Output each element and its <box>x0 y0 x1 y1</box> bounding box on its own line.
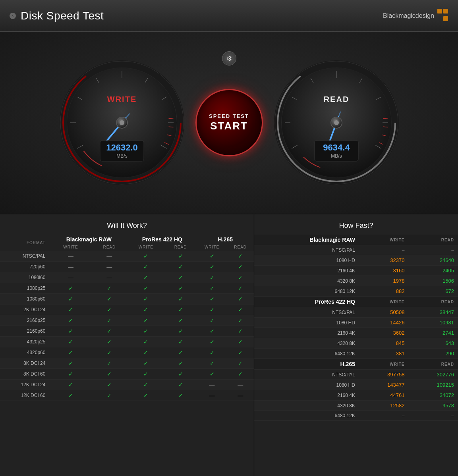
check-cell: — <box>50 251 91 262</box>
check-cell: ✓ <box>164 262 197 272</box>
svg-text:READ: READ <box>323 95 349 104</box>
settings-icon[interactable]: ⚙ <box>222 51 236 66</box>
read-col-header: READ <box>408 297 458 307</box>
read-gauge-svg: 9634.4 MB/s READ <box>273 59 400 186</box>
check-cell: ✓ <box>197 347 227 358</box>
title-bar: × Disk Speed Test Blackmagicdesign <box>0 0 458 32</box>
read-value: 10981 <box>408 318 458 328</box>
format-cell: 8K DCI 60 <box>0 369 50 380</box>
svg-line-39 <box>383 118 388 119</box>
start-btn-label2: START <box>210 120 248 132</box>
will-it-work-section: Will It Work? FORMAT Blackmagic RAW ProR… <box>0 214 254 476</box>
check-cell: ✓ <box>128 390 164 401</box>
write-value: 3160 <box>359 266 409 276</box>
braw-write-header: WRITE <box>50 243 91 251</box>
check-cell: ✓ <box>91 337 128 347</box>
check-cell: ✓ <box>164 347 197 358</box>
write-gauge-svg: 12632.0 MB/s WRITE <box>58 59 186 186</box>
format-cell: NTSC/PAL <box>254 245 359 255</box>
check-cell: ✓ <box>91 380 128 390</box>
format-cell: NTSC/PAL <box>0 251 50 262</box>
check-cell: ✓ <box>227 262 254 272</box>
format-cell: 1080 HD <box>254 380 359 390</box>
check-cell: — <box>91 251 128 262</box>
format-col-header: FORMAT <box>0 235 50 251</box>
check-cell: ✓ <box>164 251 197 262</box>
read-col-header: READ <box>408 235 458 245</box>
check-cell: ✓ <box>227 283 254 294</box>
codec-label: Blackmagic RAW <box>254 235 359 245</box>
write-gauge: 12632.0 MB/s WRITE <box>54 55 189 190</box>
write-value: – <box>359 245 409 255</box>
check-cell: ✓ <box>91 358 128 369</box>
brand-logo: Blackmagicdesign <box>383 9 448 23</box>
check-cell: ✓ <box>164 315 197 326</box>
check-cell: — <box>227 390 254 401</box>
format-cell: 1080p25 <box>0 283 50 294</box>
check-cell: ✓ <box>128 347 164 358</box>
check-cell: ✓ <box>197 272 227 283</box>
svg-text:MB/s: MB/s <box>331 153 342 159</box>
check-cell: ✓ <box>197 369 227 380</box>
format-cell: 2K DCI 24 <box>0 304 50 315</box>
svg-text:WRITE: WRITE <box>107 95 136 104</box>
write-value: 143477 <box>359 380 409 390</box>
write-value: 845 <box>359 338 409 349</box>
format-cell: 4320 8K <box>254 401 359 411</box>
write-value: 3602 <box>359 328 409 338</box>
check-cell: ✓ <box>164 380 197 390</box>
format-cell: 2160p25 <box>0 315 50 326</box>
check-cell: ✓ <box>128 251 164 262</box>
format-cell: 1080p60 <box>0 294 50 304</box>
start-speed-test-button[interactable]: SPEED TEST START <box>195 89 263 156</box>
check-cell: ✓ <box>128 283 164 294</box>
check-cell: ✓ <box>128 294 164 304</box>
check-cell: ✓ <box>227 315 254 326</box>
check-cell: ✓ <box>128 272 164 283</box>
check-cell: ✓ <box>164 294 197 304</box>
read-value: 290 <box>408 349 458 359</box>
check-cell: ✓ <box>227 294 254 304</box>
h265-codec-header: H.265 <box>197 235 254 243</box>
check-cell: ✓ <box>197 283 227 294</box>
format-cell: 1080i60 <box>0 272 50 283</box>
check-cell: ✓ <box>50 358 91 369</box>
read-value: 2405 <box>408 266 458 276</box>
svg-line-40 <box>383 127 388 127</box>
will-it-work-table: FORMAT Blackmagic RAW ProRes 422 HQ H.26… <box>0 235 254 401</box>
write-value: 32370 <box>359 255 409 266</box>
check-cell: ✓ <box>227 337 254 347</box>
format-cell: 2160 4K <box>254 266 359 276</box>
check-cell: ✓ <box>50 294 91 304</box>
start-btn-label1: SPEED TEST <box>209 113 249 119</box>
check-cell: ✓ <box>128 380 164 390</box>
how-fast-section: How Fast? Blackmagic RAW WRITE READ NTSC… <box>254 214 458 476</box>
gear-icon: ⚙ <box>226 55 232 62</box>
write-col-header: WRITE <box>359 359 409 370</box>
svg-point-46 <box>334 120 339 125</box>
prores-read-header: READ <box>164 243 197 251</box>
format-cell: 6480 12K <box>254 411 359 421</box>
braw-read-header: READ <box>91 243 128 251</box>
check-cell: ✓ <box>197 358 227 369</box>
check-cell: ✓ <box>50 390 91 401</box>
close-button[interactable]: × <box>10 13 16 19</box>
check-cell: ✓ <box>91 369 128 380</box>
check-cell: — <box>197 390 227 401</box>
format-cell: 720p60 <box>0 262 50 272</box>
format-cell: 12K DCI 24 <box>0 380 50 390</box>
write-value: 12582 <box>359 401 409 411</box>
write-value: 397758 <box>359 370 409 380</box>
braw-codec-header: Blackmagic RAW <box>50 235 128 243</box>
how-fast-heading: How Fast? <box>254 218 458 235</box>
write-value: 14426 <box>359 318 409 328</box>
prores-write-header: WRITE <box>128 243 164 251</box>
check-cell: ✓ <box>91 304 128 315</box>
check-cell: ✓ <box>50 315 91 326</box>
check-cell: ✓ <box>128 369 164 380</box>
check-cell: — <box>50 262 91 272</box>
write-value: 50508 <box>359 307 409 318</box>
check-cell: ✓ <box>128 337 164 347</box>
format-cell: NTSC/PAL <box>254 370 359 380</box>
check-cell: ✓ <box>128 304 164 315</box>
